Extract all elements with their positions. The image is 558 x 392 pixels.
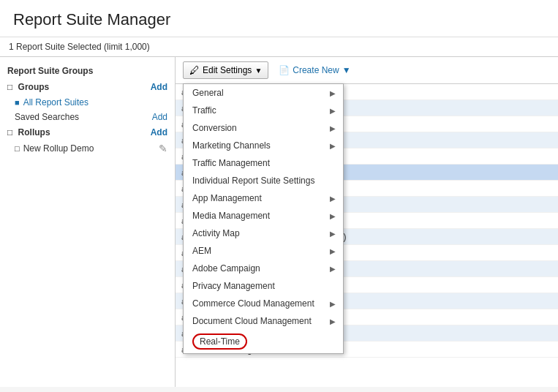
submenu-arrow-icon: ▶ (330, 89, 336, 97)
submenu-arrow-icon: ▶ (330, 265, 336, 273)
dropdown-item-activity-map[interactable]: Activity Map▶ (184, 225, 343, 242)
all-report-suites-label: All Report Suites (23, 97, 88, 108)
sidebar-saved-searches[interactable]: Saved Searches Add (0, 110, 175, 124)
content-area: 🖊 Edit Settings ▼ 📄 Create New ▼ ageteag… (176, 57, 558, 387)
dropdown-item-general[interactable]: General▶ (184, 84, 343, 102)
submenu-arrow-icon: ▶ (330, 142, 336, 150)
sidebar-item-new-rollup-demo[interactable]: □ New Rollup Demo ✎ (0, 140, 175, 157)
submenu-arrow-icon: ▶ (330, 247, 336, 255)
submenu-arrow-icon: ▶ (330, 124, 336, 132)
dropdown-item-adobe-campaign[interactable]: Adobe Campaign▶ (184, 260, 343, 277)
new-rollup-demo-label: New Rollup Demo (23, 143, 94, 154)
sidebar-groups-label: Report Suite Groups (7, 66, 93, 76)
saved-searches-label: Saved Searches (15, 112, 79, 122)
dropdown-item-label: Traffic (192, 105, 216, 116)
dropdown-item-aem[interactable]: AEM▶ (184, 242, 343, 260)
saved-searches-add-link[interactable]: Add (152, 112, 167, 122)
dropdown-item-label: Activity Map (192, 228, 240, 238)
dropdown-item-commerce-cloud-management[interactable]: Commerce Cloud Management▶ (184, 295, 343, 312)
groups-add-link[interactable]: Add (151, 82, 167, 92)
selection-bar: 1 Report Suite Selected (limit 1,000) (0, 37, 558, 57)
report-suite-icon: ■ (15, 98, 20, 107)
dropdown-item-privacy-management[interactable]: Privacy Management (184, 277, 343, 295)
sidebar-groups-section[interactable]: □ Groups Add (0, 79, 175, 95)
rollups-add-link[interactable]: Add (151, 127, 167, 137)
submenu-arrow-icon: ▶ (330, 317, 336, 325)
page-title: Report Suite Manager (13, 10, 545, 29)
edit-settings-icon: 🖊 (189, 64, 200, 76)
sidebar-item-all-report-suites[interactable]: ■ All Report Suites (0, 95, 175, 110)
dropdown-item-label: Marketing Channels (192, 140, 271, 151)
create-new-label: Create New (293, 65, 339, 75)
dropdown-item-label: Privacy Management (192, 281, 275, 291)
edit-settings-arrow-icon: ▼ (255, 67, 262, 75)
real-time-label: Real-Time (192, 333, 247, 350)
submenu-arrow-icon: ▶ (330, 107, 336, 115)
dropdown-item-marketing-channels[interactable]: Marketing Channels▶ (184, 137, 343, 154)
submenu-arrow-icon: ▶ (330, 195, 336, 203)
dropdown-item-conversion[interactable]: Conversion▶ (184, 119, 343, 137)
dropdown-item-app-management[interactable]: App Management▶ (184, 189, 343, 207)
submenu-arrow-icon: ▶ (330, 212, 336, 220)
dropdown-item-label: Media Management (192, 211, 270, 221)
page-header: Report Suite Manager (0, 0, 558, 37)
submenu-arrow-icon: ▶ (330, 300, 336, 308)
edit-settings-dropdown: General▶Traffic▶Conversion▶Marketing Cha… (183, 83, 344, 354)
rollup-checkbox-icon: □ (15, 144, 20, 153)
dropdown-item-document-cloud-management[interactable]: Document Cloud Management▶ (184, 312, 343, 330)
dropdown-item-label: Document Cloud Management (192, 316, 312, 326)
edit-settings-button[interactable]: 🖊 Edit Settings ▼ (183, 61, 268, 79)
dropdown-item-media-management[interactable]: Media Management▶ (184, 207, 343, 225)
dropdown-item-label: Commerce Cloud Management (192, 298, 314, 309)
sidebar-rollups-section[interactable]: □ Rollups Add (0, 124, 175, 140)
submenu-arrow-icon: ▶ (330, 230, 336, 238)
edit-settings-label: Edit Settings (203, 65, 252, 75)
toolbar: 🖊 Edit Settings ▼ 📄 Create New ▼ (176, 57, 558, 84)
dropdown-menu: General▶Traffic▶Conversion▶Marketing Cha… (183, 83, 344, 354)
dropdown-item-individual-report-suite-settings[interactable]: Individual Report Suite Settings (184, 172, 343, 189)
dropdown-item-label: Adobe Campaign (192, 263, 260, 274)
dropdown-item-label: AEM (192, 246, 211, 256)
dropdown-item-label: Conversion (192, 123, 237, 133)
rollups-label: □ Rollups (7, 127, 50, 137)
selection-count: 1 Report Suite Selected (limit 1,000) (9, 42, 150, 52)
dropdown-item-label: Individual Report Suite Settings (192, 176, 314, 186)
rollup-edit-icon[interactable]: ✎ (159, 143, 167, 154)
sidebar: Report Suite Groups □ Groups Add ■ All R… (0, 57, 176, 387)
dropdown-item-real-time[interactable]: Real-Time (184, 330, 343, 353)
groups-label: □ Groups (7, 82, 49, 92)
create-new-button[interactable]: 📄 Create New ▼ (274, 63, 355, 78)
dropdown-item-label: App Management (192, 193, 262, 203)
dropdown-item-label: General (192, 88, 224, 98)
create-new-arrow-icon: ▼ (342, 65, 351, 75)
page-wrapper: Report Suite Manager 1 Report Suite Sele… (0, 0, 558, 387)
create-new-icon: 📄 (279, 65, 290, 75)
groups-expand-icon: □ (7, 82, 12, 92)
main-area: Report Suite Groups □ Groups Add ■ All R… (0, 57, 558, 387)
dropdown-item-traffic-management[interactable]: Traffic Management (184, 154, 343, 172)
dropdown-item-label: Traffic Management (192, 158, 270, 168)
dropdown-item-traffic[interactable]: Traffic▶ (184, 102, 343, 119)
sidebar-groups-header: Report Suite Groups (0, 63, 175, 79)
rollups-expand-icon: □ (7, 127, 12, 137)
